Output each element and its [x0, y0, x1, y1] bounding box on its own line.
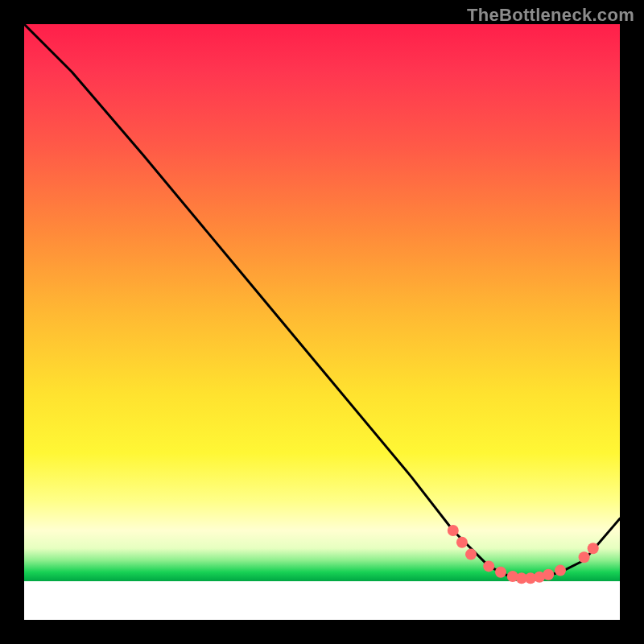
bottleneck-curve — [24, 24, 620, 578]
marker-point-b — [495, 567, 506, 578]
marker-point-g — [543, 569, 554, 580]
marker-cluster-right — [579, 551, 590, 563]
marker-cluster-right2 — [588, 543, 599, 554]
curve-layer — [24, 24, 620, 620]
plot-area — [24, 24, 620, 620]
watermark-text: TheBottleneck.com — [467, 5, 634, 26]
marker-point-a — [483, 560, 494, 572]
chart-frame: TheBottleneck.com — [0, 0, 644, 644]
curve-path — [24, 24, 620, 578]
marker-cluster-left3 — [465, 549, 477, 560]
marker-point-h — [555, 565, 566, 576]
marker-cluster-left — [448, 525, 459, 536]
marker-cluster-left2 — [456, 537, 468, 548]
data-markers — [448, 525, 599, 584]
